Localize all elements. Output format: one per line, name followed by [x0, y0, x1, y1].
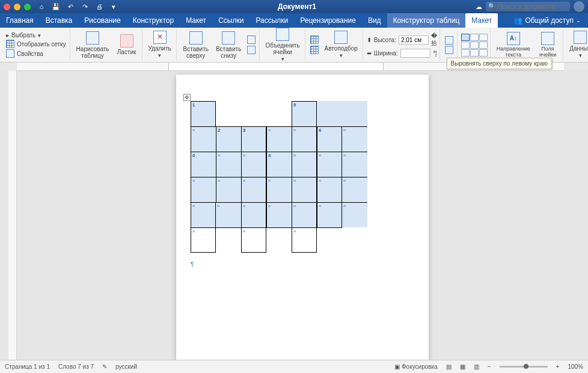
- tab-layout[interactable]: Макет: [180, 13, 212, 28]
- cell-margins-button[interactable]: Поля ячейки: [535, 31, 560, 60]
- document-canvas[interactable]: ✥ 15¤23¤¤6¤0¤¤4¤¤¤¤¤¤¤¤¤¤¤¤¤¤¤¤¤¤¤¤ ¶: [17, 71, 588, 360]
- show-gridlines-button[interactable]: Отобразить сетку: [5, 39, 67, 49]
- table-cell[interactable]: ¤: [241, 202, 266, 227]
- insert-right-button[interactable]: [246, 45, 257, 55]
- align-top-left-button[interactable]: [461, 34, 470, 41]
- crossword-table[interactable]: 15¤23¤¤6¤0¤¤4¤¤¤¤¤¤¤¤¤¤¤¤¤¤¤¤¤¤¤¤: [191, 101, 414, 253]
- share-button[interactable]: 👥 Общий доступ ⌄: [506, 13, 588, 28]
- close-window-button[interactable]: [4, 4, 10, 10]
- vertical-ruler[interactable]: [8, 71, 17, 360]
- data-button[interactable]: Данные▾: [567, 29, 588, 60]
- insert-above-button[interactable]: Вставить сверху: [180, 30, 212, 60]
- insert-left-button[interactable]: [246, 35, 257, 45]
- select-button[interactable]: ▸Выбрать▾: [5, 31, 67, 39]
- table-cell[interactable]: ¤: [191, 202, 216, 227]
- tab-table-design[interactable]: Конструктор таблиц: [387, 13, 466, 28]
- undo-icon[interactable]: ↶: [66, 2, 75, 11]
- align-mid-left-button[interactable]: [461, 42, 470, 49]
- delete-button[interactable]: Удалить▾: [146, 29, 174, 60]
- table-cell[interactable]: ¤: [241, 227, 266, 253]
- minimize-window-button[interactable]: [14, 4, 20, 10]
- table-cell[interactable]: ¤: [292, 126, 317, 152]
- spellcheck-icon[interactable]: ✎: [102, 363, 107, 370]
- view-web-button[interactable]: ▦: [460, 363, 465, 370]
- redo-icon[interactable]: ↷: [80, 2, 90, 11]
- table-move-handle[interactable]: ✥: [183, 94, 191, 101]
- save-icon[interactable]: 💾: [51, 2, 61, 11]
- table-cell[interactable]: ¤: [317, 152, 342, 177]
- zoom-level[interactable]: 100%: [568, 363, 583, 370]
- zoom-out-button[interactable]: −: [488, 363, 491, 370]
- tab-view[interactable]: Вид: [362, 13, 387, 28]
- table-cell[interactable]: 5: [292, 101, 317, 126]
- view-outline-button[interactable]: ▥: [474, 363, 479, 370]
- table-cell[interactable]: ¤: [317, 177, 342, 202]
- align-bot-left-button[interactable]: [461, 49, 470, 57]
- table-cell[interactable]: ¤: [342, 152, 367, 177]
- table-cell[interactable]: ¤: [216, 202, 241, 227]
- print-icon[interactable]: 🖨: [94, 2, 104, 11]
- table-cell[interactable]: [241, 101, 266, 126]
- table-cell[interactable]: ¤: [292, 227, 317, 253]
- zoom-in-button[interactable]: +: [556, 363, 560, 370]
- table-cell[interactable]: ¤: [266, 177, 292, 202]
- row-height-input[interactable]: [399, 35, 429, 45]
- align-bot-center-button[interactable]: [470, 49, 479, 57]
- page-count[interactable]: Страница 1 из 1: [5, 363, 50, 370]
- text-direction-button[interactable]: A↕Направление текста: [494, 31, 533, 60]
- tab-references[interactable]: Ссылки: [212, 13, 250, 28]
- tab-review[interactable]: Рецензирование: [294, 13, 362, 28]
- table-cell[interactable]: ¤: [342, 177, 367, 202]
- table-cell[interactable]: [216, 101, 241, 126]
- search-input[interactable]: [486, 2, 570, 11]
- table-cell[interactable]: ¤: [317, 202, 342, 227]
- distribute-cols-button[interactable]: [444, 45, 455, 55]
- split-cells-button[interactable]: [309, 35, 320, 45]
- table-cell[interactable]: ¤: [342, 126, 367, 152]
- table-cell[interactable]: ¤: [342, 202, 367, 227]
- cloud-sync-icon[interactable]: ☁: [476, 3, 482, 11]
- tab-insert[interactable]: Вставка: [40, 13, 79, 28]
- tab-design[interactable]: Конструктор: [127, 13, 180, 28]
- stepper-icon[interactable]: ⢻: [433, 50, 437, 57]
- distribute-rows-button[interactable]: [444, 35, 455, 45]
- align-top-center-button[interactable]: [470, 34, 479, 41]
- table-cell[interactable]: [342, 101, 367, 126]
- insert-below-button[interactable]: Вставить снизу: [214, 30, 243, 60]
- align-bot-right-button[interactable]: [479, 49, 488, 57]
- table-cell[interactable]: ¤: [292, 177, 317, 202]
- tab-draw[interactable]: Рисование: [78, 13, 126, 28]
- maximize-window-button[interactable]: [24, 4, 31, 10]
- eraser-button[interactable]: Ластик: [114, 33, 139, 57]
- col-width-input[interactable]: [400, 49, 430, 58]
- tab-table-layout[interactable]: Макет: [465, 13, 498, 28]
- word-count[interactable]: Слово 7 из 7: [58, 363, 94, 370]
- merge-cells-button[interactable]: Объединить ячейки▾: [263, 26, 302, 64]
- zoom-slider[interactable]: [500, 366, 548, 368]
- table-cell[interactable]: ¤: [216, 152, 241, 177]
- table-cell[interactable]: ¤: [266, 126, 292, 152]
- table-cell[interactable]: 2: [216, 126, 241, 152]
- split-table-button[interactable]: [309, 45, 320, 55]
- customize-qat-icon[interactable]: ▾: [109, 2, 118, 11]
- table-cell[interactable]: ¤: [191, 177, 216, 202]
- table-cell[interactable]: 6: [317, 126, 342, 152]
- table-cell[interactable]: ¤: [191, 126, 216, 152]
- user-avatar[interactable]: [574, 1, 584, 12]
- table-cell[interactable]: [317, 101, 342, 126]
- stepper-icon[interactable]: �拾: [431, 32, 437, 48]
- table-cell[interactable]: 1: [191, 101, 216, 126]
- table-cell[interactable]: ¤: [266, 202, 292, 227]
- language-button[interactable]: русский: [115, 363, 137, 370]
- table-cell[interactable]: ¤: [292, 202, 317, 227]
- align-mid-right-button[interactable]: [479, 42, 488, 49]
- view-print-button[interactable]: ▤: [446, 363, 452, 370]
- table-cell[interactable]: 3: [241, 126, 266, 152]
- tab-mailings[interactable]: Рассылки: [250, 13, 294, 28]
- home-icon[interactable]: ⌂: [37, 2, 46, 11]
- autofit-button[interactable]: Автоподбор▾: [322, 29, 360, 60]
- table-cell[interactable]: 4: [266, 152, 292, 177]
- align-top-right-button[interactable]: [479, 34, 488, 41]
- table-cell[interactable]: ¤: [292, 152, 317, 177]
- draw-table-button[interactable]: Нарисовать таблицу: [74, 30, 112, 60]
